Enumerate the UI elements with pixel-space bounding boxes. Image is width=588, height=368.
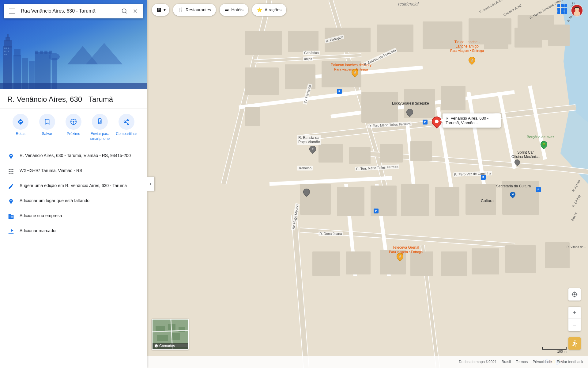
teleceva-pin[interactable]: 🍴 <box>397 253 403 260</box>
pin-lower[interactable] <box>303 189 310 195</box>
svg-rect-76 <box>337 187 364 216</box>
paiacan-label: Paiacan lanches deliveryPara viagem • En… <box>331 63 371 71</box>
svg-rect-78 <box>401 184 429 216</box>
share-button[interactable]: Compartilhar <box>113 114 140 141</box>
svg-rect-14 <box>6 51 7 52</box>
tio-lanche-pin[interactable]: 🍴 <box>469 57 475 63</box>
luckysores-label: LuckySoaresRaceBike <box>392 101 429 105</box>
svg-rect-86 <box>441 251 467 276</box>
close-icon[interactable] <box>130 6 141 17</box>
search-bar <box>4 4 143 18</box>
svg-rect-94 <box>156 326 165 332</box>
zoom-in-button[interactable]: + <box>568 307 581 319</box>
sprint-car-pin[interactable] <box>514 159 520 165</box>
location-tooltip[interactable]: R. Venâncio Aíres, 630 - Tarumã, Viamão.… <box>443 113 501 128</box>
nearby-button[interactable]: Próximo <box>60 114 87 141</box>
place-info: R. Venâncio Aíres, 630 - Tarumã <box>0 89 147 109</box>
hamburger-menu-button[interactable] <box>6 5 18 17</box>
pluscode-icon <box>7 168 15 175</box>
add-location-icon <box>7 198 15 205</box>
search-icon[interactable] <box>119 6 130 17</box>
bercario-pin[interactable]: 🌳 <box>541 141 547 148</box>
luckysores-pin[interactable] <box>406 109 413 116</box>
suggest-edit-item[interactable]: Sugerir uma edição em R. Venâncio Aíres,… <box>0 179 147 194</box>
street-label-geriatrico: Geriátrico <box>303 51 320 55</box>
bus-stop-4[interactable]: P <box>481 175 486 180</box>
svg-rect-71 <box>318 144 343 163</box>
svg-marker-5 <box>86 43 123 64</box>
pluscode-text: WXHG+97 Tarumã, Viamão - RS <box>20 167 82 174</box>
add-marker-text: Adicionar marcador <box>20 228 57 234</box>
terms-link[interactable]: Termos <box>516 360 528 364</box>
copyright-text: Dados do mapa ©2021 <box>459 360 497 364</box>
svg-rect-89 <box>545 242 570 268</box>
svg-rect-24 <box>40 51 43 54</box>
collapse-panel-button[interactable] <box>147 177 154 191</box>
svg-rect-58 <box>288 31 318 52</box>
parking-chevron: ▾ <box>164 7 166 12</box>
secretaria-pin[interactable]: 🏛 <box>510 192 516 198</box>
map-area[interactable]: 🅿 ▾ 🍴 Restaurantes 🛏 Hotéis ⭐ Atrações <box>147 0 588 368</box>
svg-line-43 <box>126 120 127 121</box>
church-pin[interactable]: ✝ <box>309 146 316 152</box>
svg-rect-48 <box>10 171 11 172</box>
suggest-edit-text: Sugerir uma edição em R. Venâncio Aíres,… <box>20 182 127 189</box>
svg-point-0 <box>122 9 126 13</box>
thumbnail-label: Camadas <box>159 344 175 348</box>
attractions-filter-button[interactable]: ⭐ Atrações <box>252 4 286 16</box>
sprint-car-label: Sprint CarOficina Mecânica <box>511 150 540 159</box>
bus-stop-3[interactable]: P <box>374 209 379 213</box>
send-to-phone-button[interactable]: Enviar para smartphone <box>87 114 113 141</box>
parking-icon: 🅿 <box>157 7 161 12</box>
business-icon <box>7 213 15 220</box>
svg-rect-49 <box>12 171 13 172</box>
pluscode-item[interactable]: WXHG+97 Tarumã, Viamão - RS <box>0 164 147 179</box>
attractions-label: Atrações <box>265 7 281 12</box>
routes-icon <box>13 114 28 130</box>
add-business-item[interactable]: Adicione sua empresa <box>0 209 147 224</box>
bus-stop-5[interactable]: P <box>536 187 541 192</box>
hotels-icon: 🛏 <box>224 7 229 12</box>
svg-rect-23 <box>35 51 38 54</box>
zoom-out-button[interactable]: − <box>568 319 581 331</box>
add-missing-item[interactable]: Adicionar um lugar que está faltando <box>0 194 147 209</box>
svg-rect-13 <box>4 51 6 52</box>
add-marker-item[interactable]: Adicionar marcador <box>0 224 147 239</box>
svg-point-37 <box>100 123 100 124</box>
map-controls: + − <box>568 307 581 331</box>
svg-rect-57 <box>245 31 282 55</box>
svg-rect-83 <box>346 251 371 274</box>
svg-rect-73 <box>380 144 403 163</box>
restaurants-filter-button[interactable]: 🍴 Restaurantes <box>173 4 216 16</box>
my-location-button[interactable] <box>568 288 581 301</box>
map-label-batista: R. Batista daPaça Viamão <box>297 135 321 145</box>
map-thumbnail[interactable]: Camadas <box>152 319 189 350</box>
action-buttons: Rotas Salvar <box>7 109 140 146</box>
svg-rect-45 <box>10 169 11 170</box>
address-item[interactable]: R. Venâncio Aíres, 630 - Tarumã, Viamão … <box>0 149 147 164</box>
street-view-button[interactable] <box>568 337 581 350</box>
brasil-link[interactable]: Brasil <box>502 360 511 364</box>
user-avatar[interactable] <box>571 4 583 17</box>
svg-rect-53 <box>9 233 14 234</box>
send-to-phone-label: Enviar para smartphone <box>87 132 113 141</box>
hotels-label: Hotéis <box>231 7 243 12</box>
bus-stop-1[interactable]: P <box>337 89 342 94</box>
teleceva-label: Teleceva GrenalPara viagem • Entrega <box>389 245 423 254</box>
hero-city-silhouette <box>0 28 147 89</box>
svg-rect-79 <box>435 187 459 216</box>
feedback-link[interactable]: Enviar feedback <box>557 360 583 364</box>
bus-stop-2[interactable]: P <box>423 120 428 125</box>
hotels-filter-button[interactable]: 🛏 Hotéis <box>220 4 248 16</box>
svg-rect-47 <box>9 171 10 172</box>
street-label-dona-joana: R. Doná Joana <box>318 232 343 236</box>
paiacan-pin[interactable]: 🍴 <box>352 69 358 76</box>
privacy-link[interactable]: Privacidade <box>533 360 552 364</box>
routes-button[interactable]: Rotas <box>7 114 34 141</box>
search-input[interactable] <box>18 8 119 14</box>
save-button[interactable]: Salvar <box>34 114 60 141</box>
edit-icon <box>7 183 15 190</box>
svg-rect-87 <box>472 248 499 274</box>
svg-rect-16 <box>4 54 6 55</box>
parking-filter-button[interactable]: 🅿 ▾ <box>152 4 169 16</box>
